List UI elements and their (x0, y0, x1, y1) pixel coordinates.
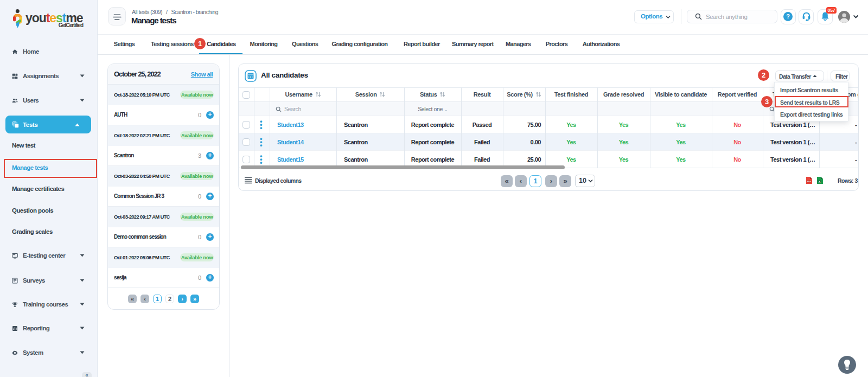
svg-text:PDF: PDF (807, 181, 812, 183)
svg-text:X: X (819, 180, 821, 183)
